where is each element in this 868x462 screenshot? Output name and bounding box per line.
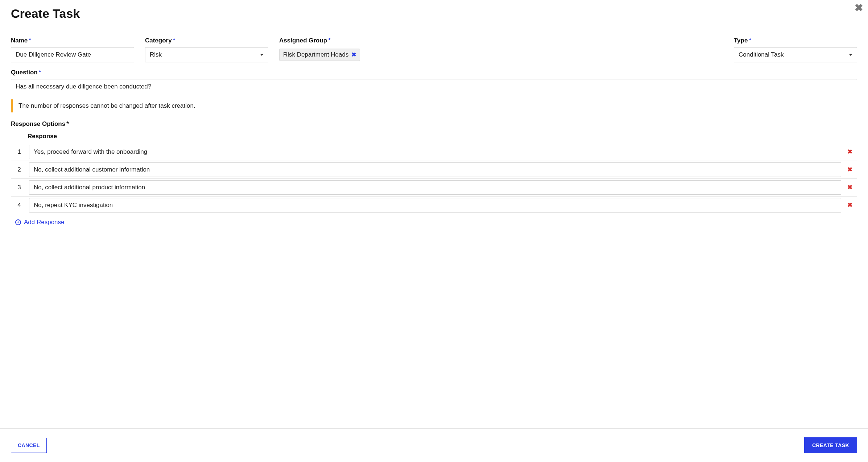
chip-remove-icon[interactable]: ✖ bbox=[351, 52, 356, 58]
responses-header: Response bbox=[11, 133, 857, 143]
close-icon[interactable]: ✖ bbox=[855, 3, 863, 13]
response-number: 4 bbox=[11, 202, 28, 209]
plus-circle-icon: + bbox=[15, 219, 21, 225]
response-number: 2 bbox=[11, 166, 28, 173]
required-marker: * bbox=[173, 37, 175, 44]
category-value: Risk bbox=[150, 51, 162, 58]
name-label: Name* bbox=[11, 37, 134, 44]
response-row: 1 ✖ bbox=[11, 143, 857, 161]
response-input[interactable] bbox=[29, 198, 841, 213]
required-marker: * bbox=[749, 37, 751, 44]
field-question: Question* bbox=[11, 69, 857, 94]
response-input-cell bbox=[28, 198, 843, 213]
delete-response-icon[interactable]: ✖ bbox=[847, 184, 852, 191]
delete-response-icon[interactable]: ✖ bbox=[847, 148, 852, 155]
response-delete-cell: ✖ bbox=[843, 184, 857, 191]
assigned-group-label: Assigned Group* bbox=[279, 37, 723, 44]
delete-response-icon[interactable]: ✖ bbox=[847, 202, 852, 209]
question-label-text: Question bbox=[11, 69, 38, 76]
modal-body: Name* Category* Risk Assigned Group* bbox=[0, 28, 868, 428]
modal-title: Create Task bbox=[11, 7, 857, 21]
form-row-top: Name* Category* Risk Assigned Group* bbox=[11, 37, 857, 62]
responses-table: Response 1 ✖ 2 ✖ bbox=[11, 133, 857, 214]
type-label: Type* bbox=[734, 37, 857, 44]
response-input-cell bbox=[28, 180, 843, 195]
name-input[interactable] bbox=[11, 47, 134, 62]
required-marker: * bbox=[39, 69, 41, 76]
response-input-cell bbox=[28, 145, 843, 159]
warning-text: The number of responses cannot be change… bbox=[18, 102, 195, 109]
add-response-button[interactable]: + Add Response bbox=[11, 219, 65, 226]
category-label: Category* bbox=[145, 37, 268, 44]
response-row: 3 ✖ bbox=[11, 178, 857, 196]
create-task-modal: Create Task ✖ Name* Category* Risk bbox=[0, 0, 868, 462]
response-delete-cell: ✖ bbox=[843, 202, 857, 209]
category-select[interactable]: Risk bbox=[145, 47, 268, 62]
field-type: Type* Conditional Task bbox=[734, 37, 857, 62]
type-label-text: Type bbox=[734, 37, 748, 44]
required-marker: * bbox=[328, 37, 331, 44]
field-name: Name* bbox=[11, 37, 134, 62]
modal-footer: CANCEL CREATE TASK bbox=[0, 428, 868, 462]
question-input[interactable] bbox=[11, 79, 857, 94]
response-options-label: Response Options* bbox=[11, 120, 857, 128]
response-number: 1 bbox=[11, 148, 28, 156]
warning-alert: The number of responses cannot be change… bbox=[11, 99, 857, 112]
col-response-header: Response bbox=[28, 133, 57, 140]
delete-response-icon[interactable]: ✖ bbox=[847, 166, 852, 173]
add-response-label: Add Response bbox=[24, 219, 65, 226]
name-label-text: Name bbox=[11, 37, 28, 44]
type-select[interactable]: Conditional Task bbox=[734, 47, 857, 62]
field-category: Category* Risk bbox=[145, 37, 268, 62]
response-input[interactable] bbox=[29, 145, 841, 159]
chevron-down-icon bbox=[260, 54, 264, 56]
required-marker: * bbox=[29, 37, 31, 44]
assigned-group-chip: Risk Department Heads ✖ bbox=[279, 49, 360, 61]
required-marker: * bbox=[66, 120, 69, 127]
response-options-label-text: Response Options bbox=[11, 120, 65, 127]
cancel-button[interactable]: CANCEL bbox=[11, 438, 47, 453]
question-label: Question* bbox=[11, 69, 857, 76]
assigned-group-chip-text: Risk Department Heads bbox=[283, 51, 348, 58]
category-label-text: Category bbox=[145, 37, 172, 44]
field-assigned-group: Assigned Group* Risk Department Heads ✖ bbox=[279, 37, 723, 62]
assigned-group-label-text: Assigned Group bbox=[279, 37, 327, 44]
response-input-cell bbox=[28, 162, 843, 177]
response-input[interactable] bbox=[29, 180, 841, 195]
type-value: Conditional Task bbox=[739, 51, 784, 58]
response-row: 2 ✖ bbox=[11, 161, 857, 178]
assigned-group-input[interactable]: Risk Department Heads ✖ bbox=[279, 47, 723, 62]
create-task-button[interactable]: CREATE TASK bbox=[804, 437, 857, 453]
response-row: 4 ✖ bbox=[11, 196, 857, 214]
response-number: 3 bbox=[11, 184, 28, 191]
modal-header: Create Task ✖ bbox=[0, 0, 868, 28]
response-input[interactable] bbox=[29, 162, 841, 177]
response-delete-cell: ✖ bbox=[843, 166, 857, 173]
chevron-down-icon bbox=[849, 54, 852, 56]
response-delete-cell: ✖ bbox=[843, 149, 857, 155]
